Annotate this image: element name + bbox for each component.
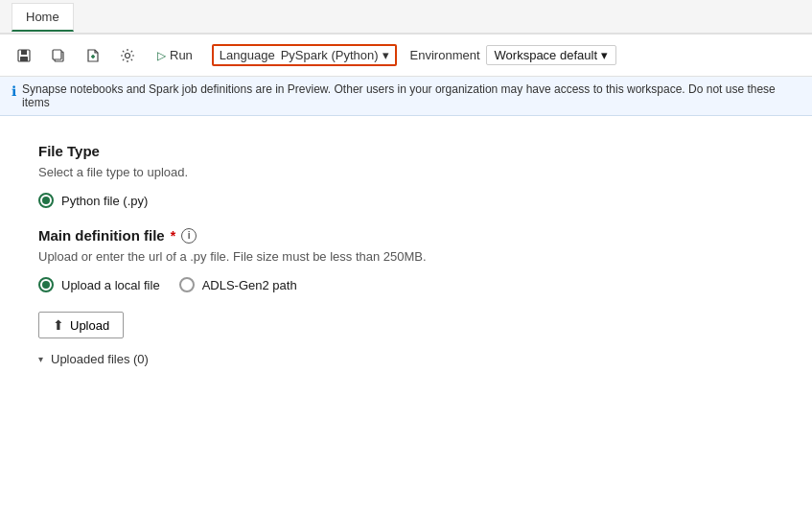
main-definition-section: Main definition file * i Upload or enter… (38, 227, 774, 366)
file-type-desc: Select a file type to upload. (38, 165, 774, 179)
environment-label: Environment (410, 48, 480, 62)
upload-button-label: Upload (70, 318, 109, 333)
required-star: * (171, 228, 175, 244)
uploaded-files-chevron-icon: ▾ (38, 354, 43, 364)
main-def-info-icon[interactable]: i (181, 228, 197, 244)
info-banner: ℹ Synapse notebooks and Spark job defini… (0, 77, 812, 116)
upload-arrow-icon: ⬆ (53, 317, 64, 333)
python-file-radio[interactable] (38, 193, 54, 208)
new-file-icon-button[interactable] (79, 41, 107, 70)
run-label: Run (170, 48, 193, 62)
svg-rect-2 (20, 57, 28, 61)
save-icon-button[interactable] (10, 41, 38, 70)
main-def-title-row: Main definition file * i (38, 227, 774, 244)
uploaded-files-label: Uploaded files (0) (51, 352, 149, 366)
python-file-option[interactable]: Python file (.py) (38, 193, 148, 208)
info-banner-text: Synapse notebooks and Spark job definiti… (22, 82, 800, 109)
svg-point-7 (126, 53, 130, 58)
run-icon: ▷ (157, 49, 166, 62)
upload-button[interactable]: ⬆ Upload (38, 312, 124, 338)
tab-bar: Home (0, 0, 812, 35)
language-label: Language (220, 48, 275, 62)
tab-home[interactable]: Home (12, 3, 74, 32)
file-type-title: File Type (38, 143, 774, 159)
info-icon: ℹ (12, 83, 16, 99)
adls-gen2-option[interactable]: ADLS-Gen2 path (179, 277, 297, 292)
environment-value: Workspace default (495, 48, 597, 62)
language-value: PySpark (Python) (281, 48, 379, 62)
svg-rect-1 (21, 50, 27, 55)
language-dropdown[interactable]: PySpark (Python) ▾ (281, 48, 389, 62)
upload-options-radio-group: Upload a local file ADLS-Gen2 path (38, 277, 774, 292)
file-type-radio-group: Python file (.py) (38, 193, 774, 208)
main-content: File Type Select a file type to upload. … (0, 116, 812, 393)
svg-rect-4 (53, 50, 61, 59)
language-section: Language PySpark (Python) ▾ (212, 44, 397, 66)
run-button[interactable]: ▷ Run (148, 44, 202, 66)
copy-icon-button[interactable] (44, 41, 73, 70)
adls-gen2-radio[interactable] (179, 277, 195, 292)
adls-gen2-label: ADLS-Gen2 path (202, 278, 297, 292)
file-type-section: File Type Select a file type to upload. … (38, 143, 774, 208)
environment-dropdown[interactable]: Workspace default ▾ (486, 45, 616, 65)
upload-local-file-option[interactable]: Upload a local file (38, 277, 160, 292)
main-def-title-text: Main definition file (38, 227, 165, 244)
toolbar: ▷ Run Language PySpark (Python) ▾ Enviro… (0, 35, 812, 77)
upload-local-radio[interactable] (38, 277, 54, 292)
python-file-label: Python file (.py) (61, 194, 148, 208)
settings-icon-button[interactable] (113, 41, 142, 70)
environment-chevron-icon: ▾ (601, 48, 608, 62)
environment-section: Environment Workspace default ▾ (410, 45, 616, 65)
main-def-desc: Upload or enter the url of a .py file. F… (38, 249, 774, 264)
upload-local-label: Upload a local file (61, 278, 160, 292)
language-chevron-icon: ▾ (383, 48, 389, 62)
uploaded-files-row[interactable]: ▾ Uploaded files (0) (38, 352, 774, 366)
